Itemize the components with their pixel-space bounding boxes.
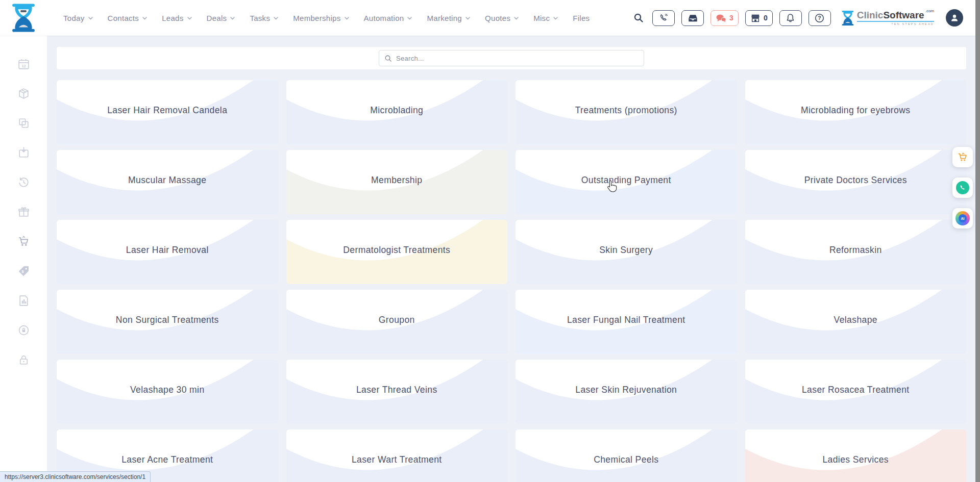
nav-item-tasks[interactable]: Tasks [250,14,278,22]
pos-store-button[interactable]: 0 [745,10,773,26]
service-card-laser-thread-veins[interactable]: Laser Thread Veins [286,360,508,424]
left-sidebar: 12 $ [0,36,47,482]
sidebar-calendar-icon[interactable]: 12 [17,57,30,70]
service-card-private-doctors-services[interactable]: Private Doctors Services [745,150,967,214]
service-card-microblading-for-eyebrows[interactable]: Microblading for eyebrows [745,80,967,144]
sidebar-cart-icon[interactable] [17,235,30,248]
app-logo[interactable] [0,4,47,32]
nav-item-contacts[interactable]: Contacts [108,14,148,22]
nav-label: Quotes [485,14,510,22]
service-card-label: Skin Surgery [516,245,737,256]
nav-label: Deals [207,14,227,22]
service-card-non-surgical-treatments[interactable]: Non Surgical Treatments [57,290,278,354]
service-card-label: Laser Thread Veins [286,385,508,395]
service-card-treatments-promotions[interactable]: Treatments (promotions) [516,80,737,144]
service-card-chemical-peels[interactable]: Chemical Peels [516,429,737,482]
nav-item-deals[interactable]: Deals [207,14,235,22]
svg-text:?: ? [818,15,821,21]
sidebar-gift-icon[interactable] [17,205,30,218]
nav-label: Misc [533,14,550,22]
floating-cart-button[interactable] [952,147,973,167]
phone-button[interactable] [652,10,675,26]
service-card-label: Chemical Peels [516,454,737,465]
sidebar-copy-icon[interactable] [17,116,30,130]
pos-store-icon [750,14,761,22]
hourglass-logo-icon [842,11,854,26]
service-card-muscular-massage[interactable]: Muscular Massage [57,150,278,214]
chevron-down-icon [88,17,93,20]
floating-whatsapp-button[interactable] [952,177,973,198]
sidebar-package-icon[interactable] [17,87,30,100]
sidebar-history-icon[interactable] [17,175,30,189]
user-icon [949,13,960,23]
floating-ai-button[interactable]: AI [952,208,973,229]
chat-icon [716,14,726,22]
clinicsoftware-brand[interactable]: ClinicSoftware.com TEN STEPS AHEAD [842,10,934,26]
service-card-laser-rosacea-treatment[interactable]: Laser Rosacea Treatment [745,360,967,424]
nav-item-marketing[interactable]: Marketing [427,14,470,22]
nav-item-leads[interactable]: Leads [162,14,191,22]
chevron-down-icon [407,17,412,20]
service-card-outstanding-payment[interactable]: Outstanding Payment [516,150,737,214]
service-card-label: Laser Fungal Nail Treatment [516,315,737,325]
service-card-label: Laser Hair Removal Candela [57,105,278,116]
service-card-label: Velashape 30 min [57,385,278,395]
chevron-down-icon [187,17,192,20]
service-card-velashape-30-min[interactable]: Velashape 30 min [57,360,278,424]
service-card-label: Laser Hair Removal [57,245,278,256]
ai-icon-label: AI [959,214,967,222]
nav-item-misc[interactable]: Misc [533,14,558,22]
search-box [379,50,644,66]
chevron-down-icon [514,17,519,20]
service-card-label: Private Doctors Services [745,175,967,186]
service-card-membership[interactable]: Membership [286,150,508,214]
service-card-microblading[interactable]: Microblading [286,80,508,144]
service-card-reformaskin[interactable]: Reformaskin [745,220,967,284]
service-card-laser-wart-treatment[interactable]: Laser Wart Treatment [286,429,508,482]
chat-button[interactable]: 3 [710,10,739,26]
service-card-ladies-services[interactable]: Ladies Services [745,429,967,482]
nav-item-files[interactable]: Files [573,14,590,22]
user-avatar[interactable] [946,9,963,27]
service-card-skin-surgery[interactable]: Skin Surgery [516,220,737,284]
sidebar-price-tag-icon[interactable]: $ [17,264,30,277]
service-card-label: Reformaskin [745,245,967,256]
search-bar-container [57,47,966,69]
ai-icon: AI [955,211,970,225]
nav-item-automation[interactable]: Automation [364,14,412,22]
service-card-groupon[interactable]: Groupon [286,290,508,354]
svg-text:12: 12 [21,63,26,68]
search-input[interactable] [396,55,639,62]
hourglass-logo-icon [12,4,35,32]
search-icon[interactable] [633,13,644,23]
pos-count-badge: 0 [764,14,768,22]
service-card-label: Ladies Services [745,454,967,465]
svg-text:$: $ [21,269,23,274]
nav-item-today[interactable]: Today [63,14,93,22]
service-card-laser-skin-rejuvenation[interactable]: Laser Skin Rejuvenation [516,360,737,424]
service-card-label: Treatments (promotions) [516,105,737,116]
brand-software: Software [883,10,924,20]
nav-item-memberships[interactable]: Memberships [293,14,349,22]
service-card-laser-fungal-nail-treatment[interactable]: Laser Fungal Nail Treatment [516,290,737,354]
help-button[interactable]: ? [808,10,831,26]
services-grid: Laser Hair Removal Candela Microblading … [57,80,966,482]
floating-action-stack: AI [952,147,973,229]
service-card-laser-hair-removal[interactable]: Laser Hair Removal [57,220,278,284]
service-card-velashape[interactable]: Velashape [745,290,967,354]
top-bar: Today Contacts Leads Deals Tasks Members… [0,0,975,36]
sidebar-padlock-icon[interactable] [17,353,30,366]
nav-label: Memberships [293,14,340,22]
notifications-button[interactable] [779,10,802,26]
nav-item-quotes[interactable]: Quotes [485,14,519,22]
service-card-label: Laser Acne Treatment [57,454,278,465]
sidebar-report-icon[interactable] [17,294,30,307]
inbox-button[interactable] [681,10,704,26]
service-card-dermatologist-treatments[interactable]: Dermatologist Treatments [286,220,508,284]
service-card-laser-hair-removal-candela[interactable]: Laser Hair Removal Candela [57,80,278,144]
sidebar-calendar-import-icon[interactable] [17,146,30,159]
service-card-label: Laser Wart Treatment [286,454,508,465]
cart-icon [957,151,968,163]
sidebar-user-lock-icon[interactable] [17,323,30,337]
page-scrollbar[interactable] [975,0,980,482]
